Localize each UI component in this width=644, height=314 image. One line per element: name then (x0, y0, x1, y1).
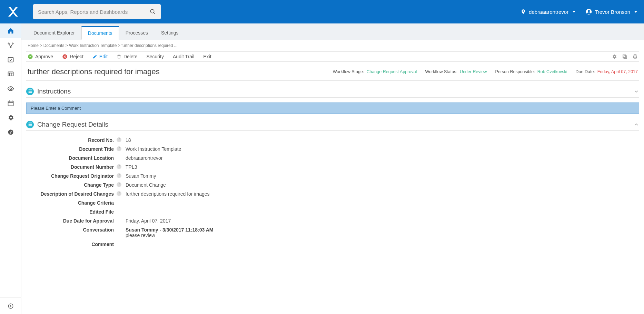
reject-icon (62, 54, 68, 59)
tab-documents[interactable]: Documents (81, 26, 119, 40)
svg-point-19 (8, 304, 13, 308)
svg-point-6 (12, 43, 13, 44)
conversation-text: please review (126, 233, 213, 238)
audit-trail-button[interactable]: Audit Trail (173, 54, 194, 59)
svg-point-0 (150, 9, 154, 13)
comment-banner[interactable]: Please Enter a Comment (26, 102, 639, 114)
tab-bar: Document Explorer Documents Processes Se… (21, 23, 644, 40)
info-icon[interactable]: i (117, 137, 121, 142)
field-document-number: Document Numberi TPL3 (26, 163, 639, 171)
info-icon[interactable]: i (117, 191, 121, 196)
field-due-date-approval: Due Date for Approval Friday, April 07, … (26, 216, 639, 225)
section-instructions-title: Instructions (37, 88, 634, 95)
tab-document-explorer[interactable]: Document Explorer (27, 26, 81, 40)
svg-rect-13 (8, 101, 13, 106)
svg-point-5 (10, 46, 11, 47)
nav-settings[interactable] (0, 110, 21, 125)
section-instructions-header: ☰ Instructions (26, 81, 639, 98)
svg-line-1 (153, 12, 155, 14)
workflow-stage-value: Change Request Approval (366, 69, 417, 74)
svg-rect-22 (624, 56, 626, 58)
field-edited-file: Edited File (26, 207, 639, 216)
nav-expand[interactable] (0, 297, 21, 314)
info-icon[interactable]: i (117, 164, 121, 169)
field-change-criteria: Change Criteria (26, 198, 639, 207)
conversation-entry: Susan Tommy - 3/30/2017 11:18:03 AM (126, 227, 213, 233)
trash-icon (117, 54, 121, 59)
section-icon: ☰ (26, 121, 34, 128)
chevron-down-icon (573, 11, 575, 13)
exit-button[interactable]: Exit (203, 54, 211, 59)
nav-watch[interactable] (0, 81, 21, 96)
global-search[interactable] (33, 4, 161, 19)
info-icon[interactable]: i (117, 146, 121, 151)
nav-calendar[interactable] (0, 96, 21, 110)
gear-icon[interactable] (612, 54, 617, 59)
nav-help[interactable]: ? (0, 125, 21, 139)
chevron-down-icon (634, 11, 637, 13)
reject-button[interactable]: Reject (62, 54, 83, 59)
svg-point-12 (10, 88, 11, 90)
details-form: Record No.i 18 Document Titlei Work Inst… (26, 131, 639, 249)
location-pin-icon (521, 9, 526, 14)
title-bar: further descriptions required for images… (26, 62, 639, 81)
field-conversation: Conversation Susan Tommy - 3/30/2017 11:… (26, 225, 639, 240)
page-title: further descriptions required for images (28, 67, 160, 76)
svg-point-4 (8, 43, 9, 44)
app-logo[interactable] (7, 6, 19, 18)
search-icon[interactable] (150, 9, 156, 15)
tab-processes[interactable]: Processes (119, 26, 155, 40)
collapse-toggle[interactable] (634, 122, 639, 127)
nav-dashboards[interactable] (0, 67, 21, 81)
info-icon[interactable]: i (117, 173, 121, 178)
workflow-status-strip: Workflow Stage: Change Request Approval … (333, 69, 638, 74)
section-details-title: Change Request Details (37, 121, 634, 128)
security-button[interactable]: Security (146, 54, 164, 59)
delete-button[interactable]: Delete (117, 54, 137, 59)
print-icon[interactable] (632, 54, 638, 59)
action-toolbar: Approve Reject Edit Delete Security Audi… (26, 51, 639, 62)
svg-text:?: ? (9, 130, 11, 134)
user-avatar-icon (586, 9, 592, 15)
nav-tasks[interactable] (0, 52, 21, 67)
main-panel: Document Explorer Documents Processes Se… (21, 23, 644, 314)
person-responsible-value: Rob Cvetkovski (537, 69, 567, 74)
edit-button[interactable]: Edit (92, 54, 108, 59)
svg-point-3 (588, 10, 590, 12)
collapse-toggle[interactable] (634, 89, 639, 94)
user-menu[interactable]: Trevor Bronson (586, 9, 637, 15)
location-selector[interactable]: debraaarontrevor (521, 9, 575, 15)
pencil-icon (92, 54, 97, 59)
approve-button[interactable]: Approve (28, 54, 53, 59)
field-document-location: Document Location debraaarontrevor (26, 154, 639, 163)
search-input[interactable] (38, 9, 150, 15)
section-icon: ☰ (26, 88, 34, 95)
nav-home[interactable] (0, 23, 21, 38)
field-document-title: Document Titlei Work Instruction Templat… (26, 145, 639, 154)
field-originator: Change Request Originatori Susan Tommy (26, 171, 639, 180)
svg-rect-8 (8, 72, 13, 76)
due-date-value: Friday, April 07, 2017 (597, 69, 638, 74)
workflow-status-value: Under Review (460, 69, 487, 74)
field-desired-changes: Description of Desired Changesi further … (26, 189, 639, 198)
left-sidebar: ? (0, 23, 21, 314)
breadcrumb[interactable]: Home > Documents > Work Instruction Temp… (26, 40, 639, 51)
info-icon[interactable]: i (117, 182, 121, 187)
copy-icon[interactable] (622, 54, 627, 59)
svg-rect-25 (634, 55, 636, 56)
svg-rect-23 (623, 55, 626, 58)
approve-icon (28, 54, 33, 59)
field-record-no: Record No.i 18 (26, 136, 639, 145)
section-details-header: ☰ Change Request Details (26, 114, 639, 131)
nav-workflow[interactable] (0, 38, 21, 52)
user-name: Trevor Bronson (595, 9, 630, 15)
field-change-type: Change Typei Document Change (26, 180, 639, 189)
svg-rect-7 (8, 57, 13, 62)
tab-settings[interactable]: Settings (155, 26, 185, 40)
top-header: debraaarontrevor Trevor Bronson (0, 0, 644, 23)
location-name: debraaarontrevor (529, 9, 568, 15)
field-comment: Comment (26, 240, 639, 249)
